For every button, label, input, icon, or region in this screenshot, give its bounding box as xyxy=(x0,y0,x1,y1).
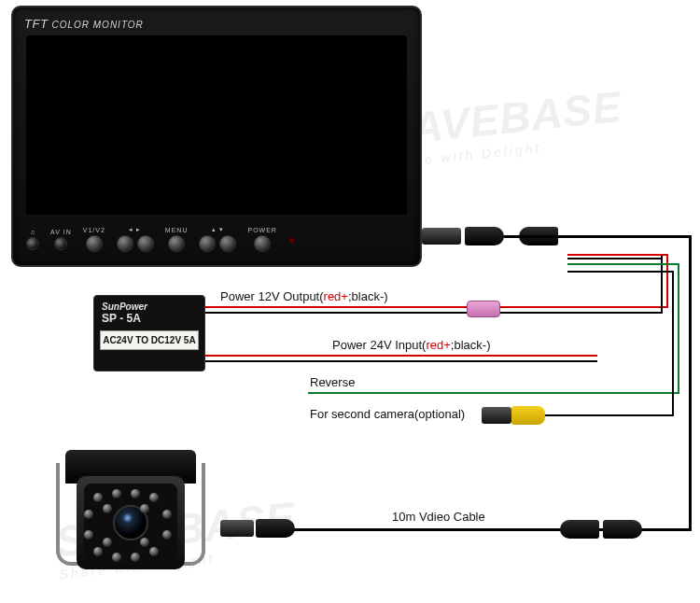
wire-cam2-black-v xyxy=(672,271,674,416)
camera-body xyxy=(77,476,185,569)
tft-monitor: TFT COLOR MONITOR ♫ AV IN V1/V2 ◂ ▸ MENU… xyxy=(11,6,422,267)
wire-12v-red-h2 xyxy=(500,306,666,308)
wire-12v-black-h xyxy=(205,312,467,314)
cam2-connector-metal xyxy=(482,407,511,424)
wire-cam2-black-top xyxy=(567,271,674,273)
camera-face xyxy=(84,484,177,562)
converter-spec: AC24V TO DC12V 5A xyxy=(100,330,199,350)
power-led-icon xyxy=(288,237,295,244)
ir-led-ring xyxy=(90,489,172,556)
wire-24v-black xyxy=(205,360,597,362)
nav-left-right: ◂ ▸ xyxy=(117,226,154,252)
power-converter: SunPower SP - 5A AC24V TO DC12V 5A xyxy=(93,295,205,372)
monitor-controls: ♫ AV IN V1/V2 ◂ ▸ MENU ▴ ▾ POWER xyxy=(26,220,407,258)
power-button: POWER xyxy=(247,227,276,252)
menu-button: MENU xyxy=(165,227,189,252)
camera-cable-plug xyxy=(256,519,295,538)
label-second-camera: For second camera(optional) xyxy=(310,407,465,421)
nav-up-down: ▴ ▾ xyxy=(199,226,236,252)
wire-12v-red-top xyxy=(567,254,668,256)
label-power-12v: Power 12V Output(red+;black-) xyxy=(220,289,388,303)
reverse-camera xyxy=(56,450,205,590)
label-reverse: Reverse xyxy=(310,375,355,389)
wire-12v-red-v xyxy=(666,254,668,308)
monitor-brand: TFT COLOR MONITOR xyxy=(24,17,144,31)
monitor-screen xyxy=(26,35,407,215)
wire-reverse-green-v xyxy=(678,263,679,394)
brand-tft: TFT xyxy=(24,17,48,31)
wire-12v-red-h xyxy=(205,306,467,308)
wire-24v-red xyxy=(205,355,597,357)
label-video-cable: 10m Vdieo Cable xyxy=(392,510,485,524)
wire-12v-black-h2 xyxy=(500,312,661,314)
cam2-connector-yellow xyxy=(511,406,545,425)
converter-model: SP - 5A xyxy=(94,312,204,329)
video-cable-plug-right xyxy=(603,520,642,539)
monitor-cable-plug xyxy=(465,227,504,245)
label-power-24v: Power 24V Input(red+;black-) xyxy=(332,338,490,352)
av-in-jack: AV IN xyxy=(50,229,72,250)
headphone-jack: ♫ xyxy=(26,229,39,250)
inline-fuse xyxy=(467,301,500,317)
converter-brand: SunPower xyxy=(94,296,204,312)
monitor-output-connector xyxy=(422,228,461,245)
v1-v2-button: V1/V2 xyxy=(83,227,105,252)
trunk-cable-v xyxy=(689,235,692,530)
camera-output-connector xyxy=(220,520,254,537)
video-cable-plug-left xyxy=(560,520,599,539)
wire-12v-black-top xyxy=(567,258,663,259)
brand-colormonitor: COLOR MONITOR xyxy=(51,20,143,30)
wire-reverse-green xyxy=(308,392,679,394)
wire-reverse-green-top xyxy=(567,263,679,265)
trunk-cable-h xyxy=(504,235,691,238)
